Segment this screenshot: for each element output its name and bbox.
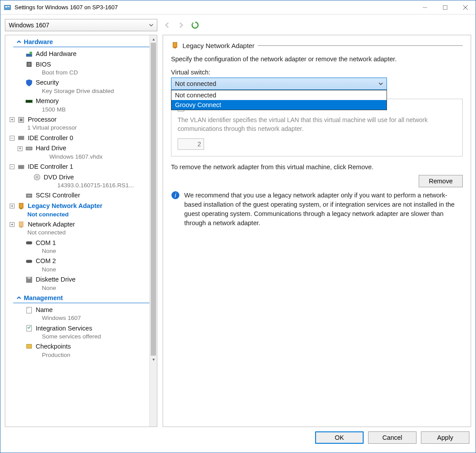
sidebar-item-integration-services[interactable]: Integration Services Some services offer… — [5, 323, 157, 342]
svg-rect-1 — [5, 6, 7, 7]
shield-icon — [25, 79, 33, 87]
collapse-icon[interactable]: − — [10, 136, 15, 141]
sidebar-item-diskette-drive[interactable]: Diskette Drive None — [5, 275, 157, 293]
sidebar-item-com1[interactable]: COM 1 None — [5, 238, 157, 256]
sidebar-item-security[interactable]: Security Key Storage Drive disabled — [5, 78, 157, 96]
collapse-icon — [17, 294, 21, 301]
ok-button[interactable]: OK — [315, 431, 364, 444]
virtual-switch-dropdown-list: Not connected Groovy Connect — [171, 90, 387, 110]
svg-rect-17 — [26, 147, 32, 150]
vlan-id-input[interactable] — [178, 138, 204, 150]
vm-selector-dropdown[interactable]: Windows 1607 — [5, 19, 157, 31]
scroll-down-button[interactable]: ▾ — [150, 356, 157, 363]
svg-rect-23 — [19, 203, 23, 208]
network-adapter-icon — [17, 221, 25, 229]
toolbar: Windows 1607 — [5, 19, 471, 31]
svg-rect-26 — [20, 226, 22, 227]
remove-description: To remove the network adapter from this … — [171, 163, 463, 171]
network-adapter-icon — [171, 41, 179, 49]
svg-rect-2 — [7, 6, 10, 7]
sidebar-item-dvd-drive[interactable]: DVD Drive 14393.0.160715-1616.RS1... — [5, 172, 157, 191]
svg-rect-28 — [26, 260, 32, 263]
sidebar-item-com2[interactable]: COM 2 None — [5, 256, 157, 275]
sidebar-item-legacy-network-adapter[interactable]: +Legacy Network Adapter Not connected — [5, 201, 157, 219]
network-adapter-icon — [17, 202, 25, 210]
chip-icon — [25, 60, 33, 68]
dialog-footer: OK Cancel Apply — [5, 427, 471, 448]
collapse-icon — [17, 38, 21, 45]
svg-rect-16 — [18, 136, 24, 140]
sidebar-item-add-hardware[interactable]: Add Hardware — [5, 49, 157, 59]
sidebar-item-memory[interactable]: Memory 1500 MB — [5, 96, 157, 115]
svg-rect-31 — [26, 307, 31, 313]
sidebar-item-bios[interactable]: BIOS Boot from CD — [5, 59, 157, 78]
window-title: Settings for Windows 1607 on SP3-1607 — [15, 4, 415, 11]
services-icon — [25, 324, 33, 332]
svg-rect-12 — [29, 100, 30, 103]
floppy-icon — [25, 276, 33, 284]
expand-icon[interactable]: + — [10, 117, 15, 122]
panel-description: Specify the configuration of the network… — [171, 56, 463, 63]
svg-rect-8 — [28, 63, 31, 66]
scsi-icon — [25, 192, 33, 200]
svg-rect-18 — [18, 165, 24, 169]
close-button[interactable] — [455, 0, 476, 15]
controller-icon — [17, 163, 25, 171]
svg-rect-22 — [27, 195, 31, 197]
section-management[interactable]: Management — [13, 293, 153, 303]
sidebar-item-scsi-controller[interactable]: SCSI Controller — [5, 190, 157, 201]
svg-rect-24 — [20, 208, 22, 209]
controller-icon — [17, 134, 25, 142]
svg-rect-10 — [26, 100, 27, 103]
tree-scrollbar[interactable]: ▴ ▾ — [149, 35, 157, 427]
info-icon: i — [171, 191, 180, 200]
refresh-button[interactable] — [190, 20, 201, 30]
svg-rect-34 — [26, 345, 31, 349]
sidebar-item-processor[interactable]: +Processor 1 Virtual processor — [5, 115, 157, 133]
expand-icon[interactable]: + — [10, 204, 15, 208]
svg-rect-27 — [26, 241, 32, 245]
com-port-icon — [25, 239, 33, 247]
cancel-button[interactable]: Cancel — [368, 431, 416, 444]
sidebar-item-network-adapter[interactable]: +Network Adapter Not connected — [5, 219, 157, 238]
cpu-icon — [17, 116, 25, 124]
nav-back-button[interactable] — [162, 20, 172, 30]
expand-icon[interactable]: + — [10, 222, 15, 227]
panel-title: Legacy Network Adapter — [182, 42, 254, 49]
sidebar-item-ide0[interactable]: −IDE Controller 0 — [5, 133, 157, 144]
virtual-switch-label: Virtual switch: — [171, 69, 463, 76]
virtual-switch-combo[interactable]: Not connected — [171, 78, 387, 90]
sidebar-item-ide1[interactable]: −IDE Controller 1 — [5, 162, 157, 172]
details-panel: Legacy Network Adapter Specify the confi… — [163, 35, 471, 427]
minimize-button[interactable] — [415, 0, 435, 15]
collapse-icon[interactable]: − — [10, 164, 15, 169]
svg-rect-25 — [19, 222, 23, 226]
add-hardware-icon — [25, 50, 33, 58]
svg-rect-4 — [443, 6, 447, 10]
maximize-button[interactable] — [435, 0, 455, 15]
memory-icon — [25, 97, 33, 105]
virtual-switch-value: Not connected — [175, 80, 216, 87]
sidebar-item-hard-drive[interactable]: +Hard Drive Windows 1607.vhdx — [5, 143, 157, 162]
combo-option-not-connected[interactable]: Not connected — [171, 90, 387, 100]
settings-tree: Hardware Add Hardware BIOS Boot from CD … — [5, 35, 157, 427]
svg-rect-6 — [30, 52, 32, 54]
app-icon — [4, 4, 11, 11]
name-icon — [25, 306, 33, 314]
vlan-description: The VLAN identifier specifies the virtua… — [178, 116, 456, 133]
svg-rect-30 — [28, 277, 31, 279]
scroll-up-button[interactable]: ▴ — [150, 35, 157, 43]
scroll-thumb[interactable] — [151, 43, 156, 356]
expand-icon[interactable]: + — [18, 146, 22, 151]
vm-selector-value: Windows 1607 — [9, 22, 49, 29]
sidebar-item-checkpoints[interactable]: Checkpoints Production — [5, 342, 157, 360]
hard-drive-icon — [25, 145, 33, 152]
info-text: We recommend that you use a legacy netwo… — [184, 191, 463, 228]
combo-option-groovy-connect[interactable]: Groovy Connect — [171, 100, 387, 110]
sidebar-item-name[interactable]: Name Windows 1607 — [5, 305, 157, 323]
section-hardware[interactable]: Hardware — [13, 37, 153, 47]
nav-forward-button[interactable] — [176, 20, 186, 30]
remove-button[interactable]: Remove — [419, 175, 463, 187]
disc-icon — [33, 173, 41, 181]
apply-button[interactable]: Apply — [421, 431, 469, 444]
